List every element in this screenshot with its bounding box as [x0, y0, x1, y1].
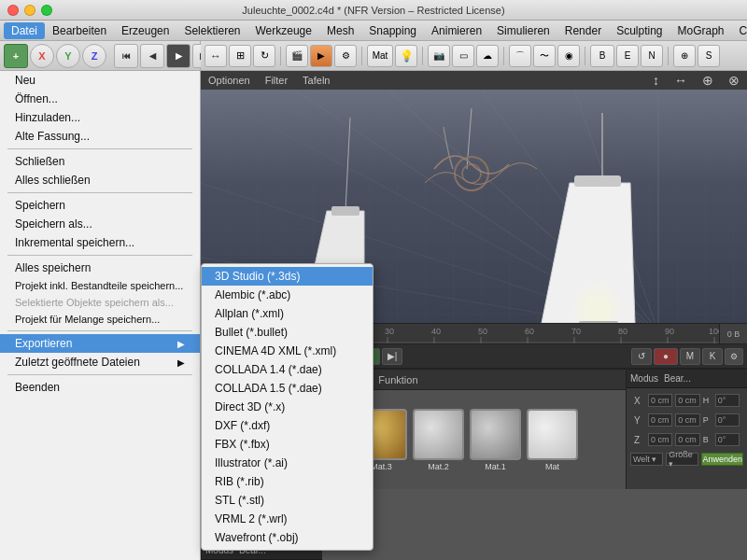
menu-erzeugen[interactable]: Erzeugen — [114, 22, 176, 39]
anim-prev-btn[interactable]: ◀ — [140, 44, 164, 68]
export-direct3d[interactable]: Direct 3D (*.x) — [202, 398, 373, 416]
mode-tab[interactable]: Modus — [630, 373, 658, 384]
minimize-button[interactable] — [24, 5, 35, 16]
floor-btn[interactable]: ▭ — [452, 45, 474, 67]
viewport-optionen[interactable]: Optionen — [208, 75, 250, 86]
x-axis-btn[interactable]: X — [30, 44, 54, 68]
export-stl[interactable]: STL (*.stl) — [202, 491, 373, 510]
menu-bearbeiten[interactable]: Bearbeiten — [45, 22, 114, 39]
render-btn[interactable]: ▶ — [310, 45, 332, 67]
viewport-tafeln[interactable]: Tafeln — [303, 75, 330, 86]
menu-simulieren[interactable]: Simulieren — [489, 22, 557, 39]
viewport-nav-3[interactable]: ⊕ — [702, 73, 713, 88]
menu-mograph[interactable]: MoGraph — [670, 22, 732, 39]
export-fbx[interactable]: FBX (*.fbx) — [202, 435, 373, 454]
p-rot-val[interactable]: 0° — [715, 413, 740, 427]
anim-start-btn[interactable]: ⏮ — [114, 44, 138, 68]
menu-werkzeuge[interactable]: Werkzeuge — [247, 22, 318, 39]
joint-btn[interactable]: ⊕ — [673, 45, 696, 67]
menu-item-melange[interactable]: Projekt für Melange speichern... — [0, 311, 200, 328]
menu-item-exportieren[interactable]: Exportieren▶ — [0, 334, 200, 353]
b-rot-val[interactable]: 0° — [715, 433, 740, 446]
anim-keyframe-btn[interactable]: K — [702, 348, 723, 365]
viewport-nav-1[interactable]: ↕ — [653, 73, 659, 88]
x-pos-val[interactable]: 0 cm — [648, 394, 672, 407]
menu-item-projekt-bestand[interactable]: Projekt inkl. Bestandteile speichern... — [0, 277, 200, 294]
menu-item-inkremental[interactable]: Inkremental speichern... — [0, 233, 200, 252]
material-0[interactable]: Mat — [527, 409, 578, 471]
viewport-nav-2[interactable]: ↔ — [674, 73, 687, 88]
camera-btn[interactable]: 📷 — [428, 45, 450, 67]
menu-charakter[interactable]: Charakter — [732, 22, 747, 39]
export-3ds[interactable]: 3D Studio (*.3ds) — [202, 267, 373, 286]
export-collada14[interactable]: COLLADA 1.4 (*.dae) — [202, 360, 373, 379]
anim-rec-btn[interactable]: ● — [654, 348, 678, 365]
material-btn[interactable]: Mat — [367, 45, 393, 67]
menu-item-speichern-als[interactable]: Speichern als... — [0, 215, 200, 233]
nurbs-btn[interactable]: N — [641, 45, 663, 67]
export-collada15[interactable]: COLLADA 1.5 (*.dae) — [202, 379, 373, 398]
bulge-btn[interactable]: ◉ — [557, 45, 580, 67]
menu-mesh[interactable]: Mesh — [319, 22, 361, 39]
anim-settings-btn[interactable]: ⚙ — [725, 348, 743, 365]
menu-item-speichern[interactable]: Speichern — [0, 196, 200, 215]
viewport-nav-4[interactable]: ⊗ — [728, 73, 740, 88]
viewport-filter[interactable]: Filter — [265, 75, 288, 86]
menu-item-oeffnen[interactable]: Öffnen... — [0, 90, 200, 108]
anim-step-fwd[interactable]: ▶| — [382, 348, 402, 365]
menu-item-zuletzt[interactable]: Zuletzt geöffnete Dateien▶ — [0, 353, 200, 371]
y-axis-btn[interactable]: Y — [56, 44, 80, 68]
export-alembic[interactable]: Alembic (*.abc) — [202, 286, 373, 304]
twist-btn[interactable]: 〜 — [533, 45, 556, 67]
z-size-val[interactable]: 0 cm — [675, 433, 699, 446]
extrude-btn[interactable]: E — [616, 45, 639, 67]
skin-btn[interactable]: S — [698, 45, 720, 67]
menu-selektieren[interactable]: Selektieren — [176, 22, 247, 39]
material-2[interactable]: Mat.2 — [413, 409, 464, 471]
material-1[interactable]: Mat.1 — [470, 409, 521, 471]
anwenden-btn[interactable]: Anwenden — [701, 453, 743, 466]
menu-item-alles-speichern[interactable]: Alles speichern — [0, 259, 200, 277]
bend-btn[interactable]: ⌒ — [509, 45, 531, 67]
bear-tab[interactable]: Bear... — [664, 373, 691, 384]
export-allplan[interactable]: Allplan (*.xml) — [202, 304, 373, 323]
world-dropdown[interactable]: Welt ▾ — [630, 453, 663, 466]
rotate-tool-btn[interactable]: ↻ — [253, 45, 275, 67]
menu-item-neu[interactable]: Neu — [0, 71, 200, 90]
menu-datei[interactable]: Datei — [4, 22, 45, 39]
menu-item-alles-schliessen[interactable]: Alles schließen — [0, 171, 200, 189]
boole-btn[interactable]: B — [590, 45, 614, 67]
h-rot-val[interactable]: 0° — [715, 394, 740, 407]
render-view-btn[interactable]: 🎬 — [286, 45, 308, 67]
menu-animieren[interactable]: Animieren — [424, 22, 489, 39]
export-illustrator[interactable]: Illustrator (*.ai) — [202, 454, 373, 472]
close-button[interactable] — [7, 5, 19, 16]
maximize-button[interactable] — [41, 5, 52, 16]
render-settings-btn[interactable]: ⚙ — [334, 45, 357, 67]
export-cinema4d-xml[interactable]: CINEMA 4D XML (*.xml) — [202, 342, 373, 360]
light-btn[interactable]: 💡 — [395, 45, 417, 67]
menu-sculpting[interactable]: Sculpting — [609, 22, 669, 39]
menu-item-hinzuladen[interactable]: Hinzuladen... — [0, 108, 200, 127]
x-size-val[interactable]: 0 cm — [675, 394, 699, 407]
add-object-btn[interactable]: + — [4, 44, 28, 68]
z-pos-val[interactable]: 0 cm — [648, 433, 672, 446]
mat-funktion-btn[interactable]: Funktion — [373, 374, 423, 385]
grosse-dropdown[interactable]: Größe ▾ — [666, 453, 698, 466]
menu-snapping[interactable]: Snapping — [361, 22, 424, 39]
anim-loop-btn[interactable]: ↺ — [631, 348, 652, 365]
export-dxf[interactable]: DXF (*.dxf) — [202, 416, 373, 435]
anim-play-btn[interactable]: ▶ — [166, 44, 190, 68]
z-axis-btn[interactable]: Z — [82, 44, 106, 68]
export-wavefront[interactable]: Wavefront (*.obj) — [202, 528, 373, 547]
y-pos-val[interactable]: 0 cm — [648, 413, 672, 427]
sky-btn[interactable]: ☁ — [476, 45, 499, 67]
export-bullet[interactable]: Bullet (*.bullet) — [202, 323, 373, 342]
menu-render[interactable]: Render — [557, 22, 609, 39]
export-rib[interactable]: RIB (*.rib) — [202, 472, 373, 491]
scale-tool-btn[interactable]: ⊞ — [229, 45, 251, 67]
menu-item-schliessen[interactable]: Schließen — [0, 152, 200, 171]
move-tool-btn[interactable]: ↔ — [204, 45, 227, 67]
menu-item-alte-fassung[interactable]: Alte Fassung... — [0, 127, 200, 146]
anim-motion-btn[interactable]: M — [680, 348, 700, 365]
